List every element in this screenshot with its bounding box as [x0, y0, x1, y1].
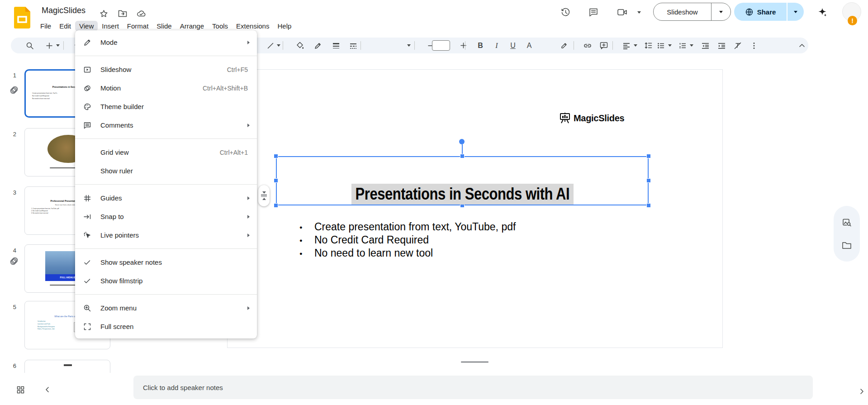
- menu-item-snap-to[interactable]: Snap to: [75, 207, 257, 226]
- slide-logo-text: MagicSlides: [574, 113, 624, 124]
- fill-color-button[interactable]: [294, 38, 306, 53]
- zoom-tool-button[interactable]: [24, 38, 36, 53]
- collapse-filmstrip-button[interactable]: [43, 385, 52, 395]
- bulleted-list-dropdown[interactable]: [666, 38, 674, 53]
- highlight-color-button[interactable]: [558, 38, 570, 53]
- menu-help[interactable]: Help: [273, 21, 295, 31]
- menu-item-grid-view[interactable]: Grid view Ctrl+Alt+1: [75, 143, 257, 162]
- menu-item-zoom-menu[interactable]: Zoom menu: [75, 299, 257, 317]
- slide-title[interactable]: Presentations in Seconds with AI: [276, 184, 649, 205]
- share-button[interactable]: Share: [734, 3, 787, 21]
- image-search-button[interactable]: [842, 218, 852, 228]
- grid-view-button[interactable]: [15, 385, 25, 395]
- menu-edit[interactable]: Edit: [55, 21, 75, 31]
- slideshow-options-dropdown[interactable]: [711, 11, 730, 13]
- slide-canvas[interactable]: MagicSlides Presentations in Seconds wit…: [227, 69, 723, 348]
- bold-button[interactable]: B: [474, 38, 486, 53]
- toolbar-divider: [465, 41, 465, 50]
- resize-handle-w[interactable]: [274, 178, 278, 183]
- menu-slide[interactable]: Slide: [152, 21, 175, 31]
- font-family-dropdown[interactable]: [405, 38, 413, 53]
- plus-icon: [45, 42, 53, 50]
- menubar: File Edit View Insert Format Slide Arran…: [36, 21, 295, 31]
- gemini-button[interactable]: [816, 6, 828, 18]
- more-vertical-icon: [750, 42, 758, 50]
- numbered-list-button[interactable]: [677, 38, 688, 53]
- bulleted-list-button[interactable]: [655, 38, 667, 53]
- expand-sidebar-button[interactable]: [857, 386, 867, 396]
- border-weight-button[interactable]: [330, 38, 342, 53]
- open-comments-button[interactable]: [588, 6, 599, 18]
- document-status-button[interactable]: [136, 9, 146, 19]
- folder-button[interactable]: [842, 241, 852, 251]
- notes-resize-handle[interactable]: [461, 362, 489, 362]
- comment-icon: [588, 7, 598, 17]
- clear-formatting-button[interactable]: [732, 38, 744, 53]
- menu-arrange[interactable]: Arrange: [176, 21, 208, 31]
- font-size-input[interactable]: [432, 40, 450, 51]
- menu-item-live-pointers[interactable]: Live pointers: [75, 226, 257, 244]
- menu-item-show-speaker-notes[interactable]: Show speaker notes: [75, 253, 257, 272]
- menu-item-guides[interactable]: Guides: [75, 189, 257, 207]
- menu-item-show-ruler[interactable]: Show ruler: [75, 162, 257, 180]
- italic-button[interactable]: I: [491, 38, 503, 53]
- hide-menus-button[interactable]: [796, 38, 808, 53]
- menu-tools[interactable]: Tools: [208, 21, 232, 31]
- resize-handle-ne[interactable]: [646, 154, 651, 158]
- document-title[interactable]: MagicSlides: [42, 6, 85, 15]
- increase-font-size-button[interactable]: [457, 38, 469, 53]
- move-to-folder-button[interactable]: [118, 9, 128, 19]
- decrease-indent-button[interactable]: [699, 38, 711, 53]
- menu-file[interactable]: File: [36, 21, 55, 31]
- menu-view[interactable]: View: [75, 21, 98, 31]
- resize-handle-e[interactable]: [646, 178, 651, 183]
- call-options-dropdown[interactable]: [633, 6, 645, 18]
- thumb-item: Roles, Perspectives, Job: [38, 328, 55, 331]
- checkmark-icon: [83, 258, 91, 267]
- join-call-button[interactable]: [617, 6, 628, 18]
- slide-logo[interactable]: MagicSlides: [559, 112, 624, 124]
- share-options-dropdown[interactable]: [787, 3, 804, 21]
- live-pointer-icon: [83, 231, 91, 239]
- insert-link-button[interactable]: [582, 38, 593, 53]
- underline-button[interactable]: U: [507, 38, 519, 53]
- menu-item-motion[interactable]: Motion Ctrl+Alt+Shift+B: [75, 79, 257, 97]
- insert-comment-button[interactable]: [598, 38, 610, 53]
- snap-to-icon: [83, 213, 91, 221]
- resize-handle-nw[interactable]: [274, 154, 278, 158]
- star-button[interactable]: [99, 9, 109, 19]
- menu-insert[interactable]: Insert: [98, 21, 123, 31]
- rotate-handle[interactable]: [459, 139, 465, 144]
- chevron-left-icon: [44, 386, 51, 393]
- account-alert-badge[interactable]: !: [848, 16, 857, 25]
- line-tool-dropdown[interactable]: [275, 38, 283, 53]
- line-spacing-button[interactable]: [642, 38, 654, 53]
- fit-text-widget[interactable]: [258, 185, 270, 206]
- menu-item-theme-builder[interactable]: Theme builder: [75, 97, 257, 116]
- align-button[interactable]: [621, 38, 632, 53]
- border-dash-button[interactable]: [347, 38, 359, 53]
- speaker-notes-input[interactable]: Click to add speaker notes: [133, 376, 813, 399]
- resize-handle-n[interactable]: [460, 154, 465, 158]
- menu-format[interactable]: Format: [123, 21, 153, 31]
- menu-item-comments[interactable]: Comments: [75, 116, 257, 134]
- menu-item-mode[interactable]: Mode: [75, 33, 257, 52]
- menu-item-full-screen[interactable]: Full screen: [75, 317, 257, 336]
- chevron-down-icon: [668, 44, 672, 47]
- slide-body-textbox[interactable]: ● Create presentation from text, YouTube…: [299, 220, 516, 260]
- increase-indent-button[interactable]: [716, 38, 727, 53]
- menu-item-show-filmstrip[interactable]: Show filmstrip: [75, 272, 257, 290]
- slideshow-button[interactable]: Slideshow: [653, 3, 731, 21]
- more-options-button[interactable]: [748, 38, 760, 53]
- new-slide-dropdown[interactable]: [54, 38, 62, 53]
- speaker-notes-placeholder: Click to add speaker notes: [143, 384, 223, 391]
- text-color-button[interactable]: A: [523, 38, 535, 53]
- google-slides-logo-icon[interactable]: [14, 7, 30, 29]
- menu-extensions[interactable]: Extensions: [232, 21, 273, 31]
- numbered-list-dropdown[interactable]: [688, 38, 696, 53]
- grid-icon: [16, 386, 25, 394]
- menu-item-slideshow[interactable]: Slideshow Ctrl+F5: [75, 60, 257, 79]
- align-dropdown[interactable]: [631, 38, 640, 53]
- version-history-button[interactable]: [560, 6, 571, 18]
- border-color-button[interactable]: [312, 38, 324, 53]
